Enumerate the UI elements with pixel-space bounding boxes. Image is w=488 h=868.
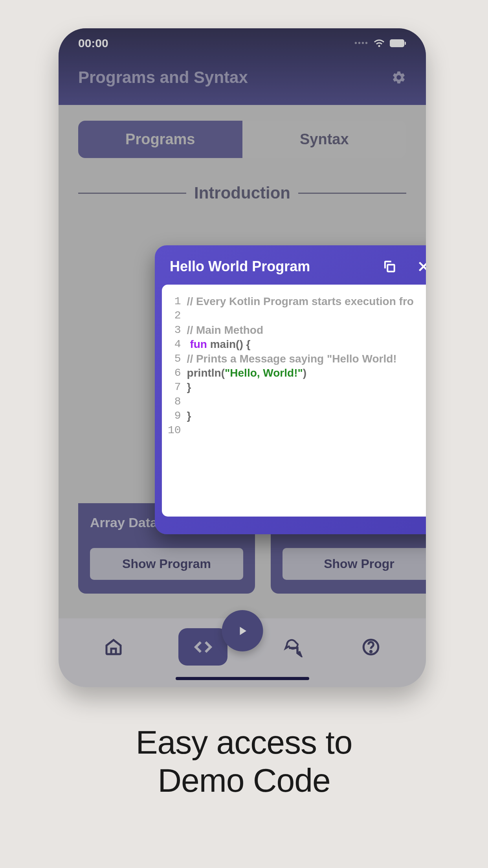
line-number: 10 [168,423,181,438]
line-number: 6 [168,366,181,380]
home-indicator[interactable] [176,677,309,680]
line-number: 1 [168,294,181,309]
modal-title: Hello World Program [170,258,374,275]
code-area: 1 2 3 4 5 6 7 8 9 10 // Every Kotlin Pro… [162,285,426,517]
promo-caption: Easy access to Demo Code [0,723,488,799]
line-number: 4 [168,337,181,351]
phone-frame: 00:00 •••• Programs and Syntax Programs … [59,28,426,687]
caption-line-1: Easy access to [0,723,488,761]
phone-content: 00:00 •••• Programs and Syntax Programs … [59,28,426,687]
caption-line-2: Demo Code [0,761,488,800]
line-number: 5 [168,352,181,366]
line-number: 7 [168,380,181,394]
copy-icon[interactable] [382,259,397,274]
line-number: 2 [168,309,181,323]
line-numbers: 1 2 3 4 5 6 7 8 9 10 [168,294,187,507]
svg-rect-6 [387,265,394,271]
line-number: 9 [168,409,181,423]
code-modal: Hello World Program 1 2 3 4 5 6 7 8 9 [155,245,426,534]
line-number: 3 [168,323,181,337]
close-icon[interactable] [416,259,426,274]
code-content[interactable]: // Every Kotlin Program starts execution… [187,294,414,507]
line-number: 8 [168,395,181,409]
modal-header: Hello World Program [162,252,426,285]
